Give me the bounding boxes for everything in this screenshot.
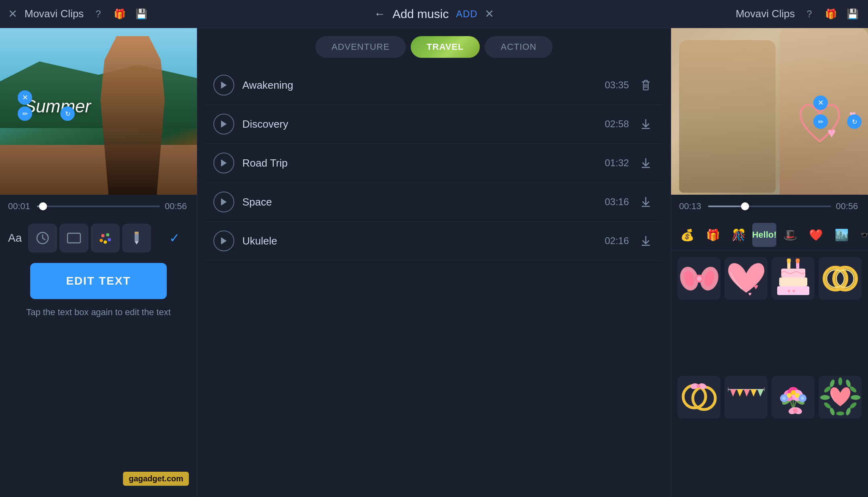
- svg-marker-25: [221, 198, 227, 206]
- toolbar-frame-btn[interactable]: [59, 224, 88, 253]
- sticker-resize-handle[interactable]: ↻: [847, 114, 862, 129]
- music-track-roadtrip[interactable]: Road Trip 01:32: [205, 144, 663, 183]
- play-awakening[interactable]: [213, 75, 234, 96]
- sticker-emoji-dollar[interactable]: 💰: [675, 223, 699, 247]
- download-discovery[interactable]: [637, 115, 655, 133]
- toolbar-clock-btn[interactable]: [28, 224, 57, 253]
- text-resize-handle[interactable]: ↻: [60, 106, 75, 121]
- sticker-emoji-hat[interactable]: 🎩: [778, 223, 802, 247]
- svg-point-8: [100, 239, 103, 242]
- help-icon-right[interactable]: ?: [802, 7, 817, 21]
- sticker-emoji-city[interactable]: 🏙️: [829, 223, 854, 247]
- right-panel: ♥ ♥ ✕ ✏ ↻ 00:13 00:56 💰: [671, 28, 868, 497]
- gift-icon-left[interactable]: 🎁: [113, 7, 127, 21]
- app-title-right: Movavi Clips: [736, 8, 795, 20]
- download-roadtrip[interactable]: [637, 154, 655, 172]
- svg-point-55: [696, 384, 700, 388]
- svg-point-91: [836, 411, 844, 416]
- svg-point-5: [106, 233, 109, 236]
- svg-marker-19: [221, 120, 227, 128]
- delete-awakening[interactable]: [637, 76, 655, 94]
- sticker-emoji-hello[interactable]: Hello!: [752, 223, 776, 247]
- sticker-bouquet[interactable]: [772, 376, 815, 419]
- right-timeline-track[interactable]: [708, 206, 831, 207]
- tab-adventure[interactable]: ADVENTURE: [315, 36, 406, 58]
- music-track-discovery[interactable]: Discovery 02:58: [205, 105, 663, 144]
- track-duration-awakening: 03:35: [597, 79, 629, 91]
- header-left: ✕ Movavi Clips ? 🎁 💾: [8, 7, 292, 21]
- svg-point-4: [101, 234, 104, 237]
- close-button[interactable]: ✕: [8, 7, 17, 20]
- center-panel: ADVENTURE TRAVEL ACTION Awakening 03:35: [197, 28, 671, 497]
- music-tabs: ADVENTURE TRAVEL ACTION: [197, 28, 671, 66]
- svg-rect-11: [135, 232, 139, 234]
- sticker-emoji-confetti[interactable]: 🎊: [727, 223, 751, 247]
- svg-point-73: [791, 390, 796, 395]
- left-timeline-track[interactable]: [37, 206, 160, 207]
- music-track-ukulele[interactable]: Ukulele 02:16: [205, 222, 663, 261]
- sticker-emoji-heart[interactable]: ❤️: [804, 223, 828, 247]
- music-list: Awakening 03:35: [197, 66, 671, 497]
- play-ukulele[interactable]: [213, 230, 234, 251]
- add-music-button[interactable]: ADD: [456, 8, 478, 20]
- svg-marker-57: [730, 389, 736, 397]
- sticker-emoji-gift[interactable]: 🎁: [701, 223, 725, 247]
- svg-marker-22: [221, 159, 227, 167]
- download-ukulele[interactable]: [637, 232, 655, 250]
- music-track-awakening[interactable]: Awakening 03:35: [205, 66, 663, 105]
- left-timeline-area: 00:01 00:56: [0, 195, 197, 220]
- save-icon-right[interactable]: 💾: [845, 7, 860, 21]
- play-discovery[interactable]: [213, 114, 234, 134]
- download-space[interactable]: [637, 193, 655, 211]
- back-button[interactable]: ←: [374, 8, 385, 20]
- svg-marker-28: [221, 237, 227, 244]
- sticker-bow[interactable]: [678, 257, 721, 300]
- close-music-button[interactable]: ✕: [485, 7, 494, 20]
- tab-action[interactable]: ACTION: [485, 36, 553, 58]
- toolbar-palette-btn[interactable]: [91, 224, 120, 253]
- play-space[interactable]: [213, 191, 234, 212]
- video-preview-right: ♥ ♥ ✕ ✏ ↻: [671, 28, 868, 195]
- edit-text-section: EDIT TEXT Tap the text box again to edit…: [0, 257, 197, 324]
- sticker-rings[interactable]: [819, 257, 862, 300]
- sticker-banner[interactable]: [725, 376, 768, 419]
- sticker-cake[interactable]: ♥ ♥: [772, 257, 815, 300]
- edit-text-button[interactable]: EDIT TEXT: [30, 263, 167, 299]
- sticker-emoji-glasses[interactable]: 🕶️: [855, 223, 868, 247]
- play-roadtrip[interactable]: [213, 153, 234, 173]
- sticker-delete-handle[interactable]: ✕: [813, 96, 828, 110]
- text-delete-handle[interactable]: ✕: [18, 90, 32, 105]
- main-content: Summer ✕ ✏ ↻ 00:01 00:56 Aa: [0, 28, 868, 497]
- gift-icon-right[interactable]: 🎁: [824, 7, 838, 21]
- sticker-heart-wreath[interactable]: [819, 376, 862, 419]
- text-edit-handle[interactable]: ✏: [18, 106, 32, 121]
- svg-point-81: [793, 408, 798, 413]
- svg-point-82: [820, 395, 830, 400]
- sticker-grid: ♥ ♥ ♥ ♥: [671, 251, 868, 497]
- toolbar-check-btn[interactable]: ✓: [160, 224, 189, 253]
- watermark: gagadget.com: [123, 472, 189, 486]
- tab-travel[interactable]: TRAVEL: [411, 36, 480, 58]
- sticker-emoji-toolbar: 💰 🎁 🎊 Hello! 🎩 ❤️ 🏙️ 🕶️: [671, 220, 868, 251]
- sticker-rings-2[interactable]: [678, 376, 721, 419]
- track-name-ukulele: Ukulele: [242, 235, 589, 247]
- left-timeline-row: 00:01 00:56: [8, 201, 189, 212]
- track-name-awakening: Awakening: [242, 79, 589, 92]
- music-track-space[interactable]: Space 03:16: [205, 183, 663, 222]
- track-duration-discovery: 02:58: [597, 118, 629, 130]
- left-toolbar: Aa: [0, 220, 197, 257]
- sticker-heart[interactable]: ♥ ♥: [725, 257, 768, 300]
- help-icon-left[interactable]: ?: [91, 7, 105, 21]
- right-time-end: 00:56: [836, 201, 860, 212]
- svg-text:♥: ♥: [748, 291, 751, 297]
- svg-rect-3: [68, 233, 80, 243]
- save-icon-left[interactable]: 💾: [134, 7, 149, 21]
- sticker-edit-handle[interactable]: ✏: [813, 114, 828, 129]
- left-time-start: 00:01: [8, 201, 32, 212]
- track-name-discovery: Discovery: [242, 118, 589, 130]
- track-duration-ukulele: 02:16: [597, 235, 629, 246]
- svg-point-85: [838, 377, 842, 385]
- toolbar-pen-btn[interactable]: [122, 224, 151, 253]
- right-time-start: 00:13: [679, 201, 703, 212]
- svg-point-36: [697, 276, 702, 281]
